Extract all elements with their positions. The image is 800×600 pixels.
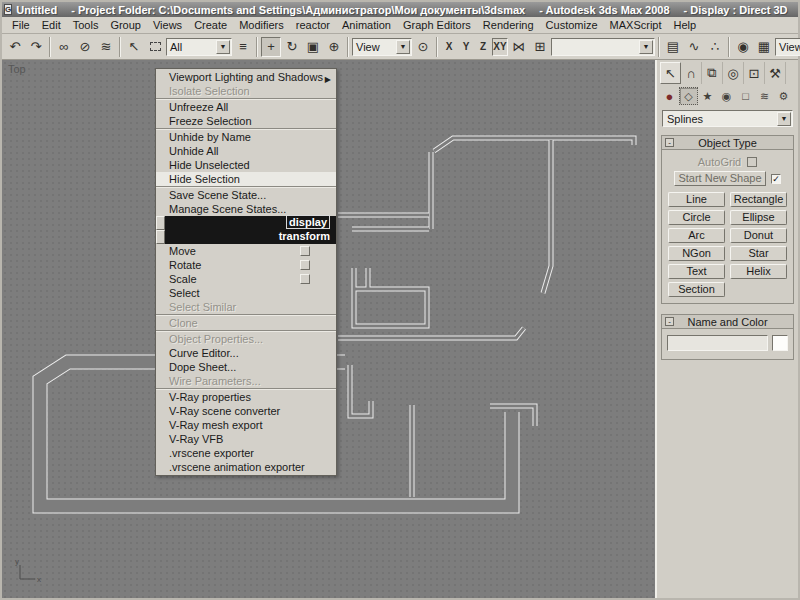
- curve-editor-icon[interactable]: ∿: [684, 37, 704, 57]
- menu-modifiers[interactable]: Modifiers: [233, 17, 290, 33]
- collapse-icon[interactable]: -: [665, 317, 674, 326]
- rectangle-button[interactable]: Rectangle: [730, 192, 787, 207]
- start-new-shape-button[interactable]: Start New Shape: [674, 171, 766, 186]
- name-and-color-rollout-header[interactable]: - Name and Color: [662, 315, 793, 329]
- select-and-manipulate-icon[interactable]: ⊕: [324, 37, 344, 57]
- menu-item-scale[interactable]: Scale: [156, 272, 336, 286]
- select-object-icon[interactable]: ↖: [124, 37, 144, 57]
- menu-item-vray-scene-converter[interactable]: V-Ray scene converter: [156, 404, 336, 418]
- dropdown-arrow-icon[interactable]: ▼: [396, 40, 410, 54]
- menu-item-vrscene-animation-exporter[interactable]: .vrscene animation exporter: [156, 460, 336, 474]
- menu-animation[interactable]: Animation: [336, 17, 397, 33]
- arc-button[interactable]: Arc: [668, 228, 725, 243]
- app-icon[interactable]: G: [4, 4, 12, 15]
- object-name-input[interactable]: [667, 335, 768, 351]
- line-button[interactable]: Line: [668, 192, 725, 207]
- named-selection-sets-dropdown[interactable]: ▼: [551, 38, 655, 56]
- restrict-y-button[interactable]: Y: [458, 38, 474, 56]
- menu-item-viewport-lighting[interactable]: Viewport Lighting and Shadows▶: [156, 70, 336, 84]
- menu-graph-editors[interactable]: Graph Editors: [397, 17, 477, 33]
- object-type-rollout-header[interactable]: - Object Type: [662, 136, 793, 150]
- menu-item-unhide-by-name[interactable]: Unhide by Name: [156, 130, 336, 144]
- menu-maxscript[interactable]: MAXScript: [604, 17, 668, 33]
- menu-item-vray-mesh-export[interactable]: V-Ray mesh export: [156, 418, 336, 432]
- object-color-swatch[interactable]: [772, 335, 788, 351]
- menu-views[interactable]: Views: [147, 17, 188, 33]
- menu-reactor[interactable]: reactor: [290, 17, 336, 33]
- render-view-dropdown[interactable]: View ▼: [775, 38, 800, 56]
- redo-icon[interactable]: ↷: [26, 37, 46, 57]
- category-cameras-icon[interactable]: ◉: [717, 87, 736, 105]
- tab-hierarchy[interactable]: ⧉: [702, 62, 723, 84]
- layer-manager-icon[interactable]: ▤: [663, 37, 683, 57]
- category-lights-icon[interactable]: ★: [698, 87, 717, 105]
- menu-item-curve-editor[interactable]: Curve Editor...: [156, 346, 336, 360]
- menu-item-save-scene-state[interactable]: Save Scene State...: [156, 188, 336, 202]
- donut-button[interactable]: Donut: [730, 228, 787, 243]
- menu-item-rotate[interactable]: Rotate: [156, 258, 336, 272]
- move-settings-icon[interactable]: [300, 246, 310, 256]
- tab-utilities[interactable]: ⚒: [765, 62, 786, 84]
- selection-region-icon[interactable]: [145, 37, 165, 57]
- menu-customize[interactable]: Customize: [540, 17, 604, 33]
- start-new-shape-checkbox[interactable]: ✓: [771, 174, 781, 184]
- section-button[interactable]: Section: [668, 282, 725, 297]
- mirror-icon[interactable]: ⋈: [509, 37, 529, 57]
- select-and-link-icon[interactable]: ∞: [54, 37, 74, 57]
- menu-group[interactable]: Group: [104, 17, 147, 33]
- menu-item-select[interactable]: Select: [156, 286, 336, 300]
- ngon-button[interactable]: NGon: [668, 246, 725, 261]
- restrict-z-button[interactable]: Z: [475, 38, 491, 56]
- selection-filter-dropdown[interactable]: All ▼: [166, 38, 232, 56]
- undo-icon[interactable]: ↶: [5, 37, 25, 57]
- use-pivot-center-icon[interactable]: ⊙: [413, 37, 433, 57]
- menu-item-manage-scene-states[interactable]: Manage Scene States...: [156, 202, 336, 216]
- restrict-xy-plane-button[interactable]: XY: [492, 38, 508, 56]
- quad-header-display[interactable]: display: [156, 216, 336, 230]
- rotate-settings-icon[interactable]: [300, 260, 310, 270]
- select-and-move-icon[interactable]: +: [261, 37, 281, 57]
- circle-button[interactable]: Circle: [668, 210, 725, 225]
- menu-item-dope-sheet[interactable]: Dope Sheet...: [156, 360, 336, 374]
- star-button[interactable]: Star: [730, 246, 787, 261]
- helix-button[interactable]: Helix: [730, 264, 787, 279]
- menu-create[interactable]: Create: [188, 17, 233, 33]
- menu-item-vray-properties[interactable]: V-Ray properties: [156, 390, 336, 404]
- menu-item-hide-selection[interactable]: Hide Selection: [156, 172, 336, 186]
- render-setup-icon[interactable]: ▦: [754, 37, 774, 57]
- quad-header-transform[interactable]: transform: [156, 230, 336, 244]
- dropdown-arrow-icon[interactable]: ▼: [639, 40, 653, 54]
- unlink-selection-icon[interactable]: ⊘: [75, 37, 95, 57]
- menu-edit[interactable]: Edit: [36, 17, 67, 33]
- ellipse-button[interactable]: Ellipse: [730, 210, 787, 225]
- select-and-rotate-icon[interactable]: ↻: [282, 37, 302, 57]
- menu-item-unfreeze-all[interactable]: Unfreeze All: [156, 100, 336, 114]
- menu-item-move[interactable]: Move: [156, 244, 336, 258]
- category-space-warps-icon[interactable]: ≋: [755, 87, 774, 105]
- menu-item-unhide-all[interactable]: Unhide All: [156, 144, 336, 158]
- menu-rendering[interactable]: Rendering: [477, 17, 540, 33]
- dropdown-arrow-icon[interactable]: ▼: [216, 40, 230, 54]
- menu-item-vrscene-exporter[interactable]: .vrscene exporter: [156, 446, 336, 460]
- schematic-view-icon[interactable]: ∴: [705, 37, 725, 57]
- category-shapes-icon[interactable]: ◇: [679, 87, 698, 105]
- material-editor-icon[interactable]: ◉: [733, 37, 753, 57]
- tab-modify[interactable]: ∩: [681, 62, 702, 84]
- viewport-label[interactable]: Top: [8, 63, 26, 75]
- menu-item-vray-vfb[interactable]: V-Ray VFB: [156, 432, 336, 446]
- text-button[interactable]: Text: [668, 264, 725, 279]
- top-viewport[interactable]: Top: [2, 60, 655, 598]
- menu-item-freeze-selection[interactable]: Freeze Selection: [156, 114, 336, 128]
- dropdown-arrow-icon[interactable]: ▼: [777, 112, 791, 126]
- bind-to-space-warp-icon[interactable]: ≋: [96, 37, 116, 57]
- align-icon[interactable]: ⊞: [530, 37, 550, 57]
- tab-create[interactable]: ↖: [660, 62, 681, 84]
- collapse-icon[interactable]: -: [665, 138, 674, 147]
- select-by-name-icon[interactable]: ≡: [233, 37, 253, 57]
- shape-type-dropdown[interactable]: Splines ▼: [662, 110, 793, 127]
- menu-help[interactable]: Help: [668, 17, 703, 33]
- category-helpers-icon[interactable]: □: [736, 87, 755, 105]
- menu-file[interactable]: File: [6, 17, 36, 33]
- menu-tools[interactable]: Tools: [67, 17, 105, 33]
- category-geometry-icon[interactable]: ●: [660, 87, 679, 105]
